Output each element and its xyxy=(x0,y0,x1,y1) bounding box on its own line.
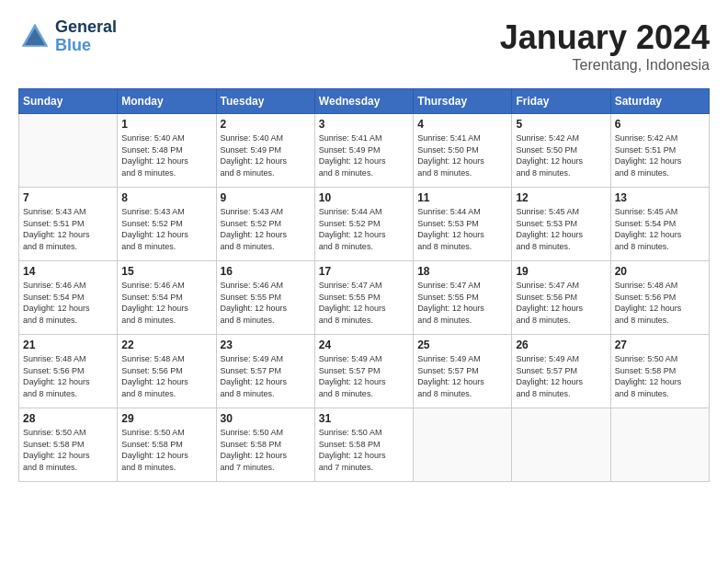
day-info: Sunrise: 5:46 AM Sunset: 5:55 PM Dayligh… xyxy=(221,280,311,326)
calendar-day-cell: 23Sunrise: 5:49 AM Sunset: 5:57 PM Dayli… xyxy=(216,335,314,408)
day-number: 3 xyxy=(319,118,409,131)
day-number: 9 xyxy=(221,191,311,204)
calendar-day-cell xyxy=(512,408,610,482)
day-number: 21 xyxy=(23,339,113,351)
day-number: 24 xyxy=(319,339,409,351)
calendar-day-cell xyxy=(414,408,512,482)
day-number: 28 xyxy=(23,412,113,425)
calendar-day-cell: 9Sunrise: 5:43 AM Sunset: 5:52 PM Daylig… xyxy=(216,188,314,261)
day-info: Sunrise: 5:50 AM Sunset: 5:58 PM Dayligh… xyxy=(319,427,409,473)
calendar-day-cell: 13Sunrise: 5:45 AM Sunset: 5:54 PM Dayli… xyxy=(610,188,709,261)
day-number: 4 xyxy=(417,118,507,131)
day-info: Sunrise: 5:48 AM Sunset: 5:56 PM Dayligh… xyxy=(615,280,705,326)
day-info: Sunrise: 5:45 AM Sunset: 5:53 PM Dayligh… xyxy=(516,206,606,252)
day-number: 30 xyxy=(221,412,311,425)
day-number: 8 xyxy=(121,191,211,204)
day-number: 25 xyxy=(417,339,507,351)
calendar-day-cell: 11Sunrise: 5:44 AM Sunset: 5:53 PM Dayli… xyxy=(414,188,512,261)
day-info: Sunrise: 5:47 AM Sunset: 5:56 PM Dayligh… xyxy=(516,280,606,326)
day-info: Sunrise: 5:45 AM Sunset: 5:54 PM Dayligh… xyxy=(615,206,705,252)
calendar-week-row: 1Sunrise: 5:40 AM Sunset: 5:48 PM Daylig… xyxy=(19,114,710,188)
day-number: 2 xyxy=(221,118,311,131)
title-block: January 2024 Terentang, Indonesia xyxy=(500,18,710,74)
day-info: Sunrise: 5:47 AM Sunset: 5:55 PM Dayligh… xyxy=(417,280,507,326)
calendar-day-cell: 28Sunrise: 5:50 AM Sunset: 5:58 PM Dayli… xyxy=(19,408,118,482)
day-number: 26 xyxy=(516,339,606,351)
day-info: Sunrise: 5:46 AM Sunset: 5:54 PM Dayligh… xyxy=(23,280,113,326)
day-info: Sunrise: 5:50 AM Sunset: 5:58 PM Dayligh… xyxy=(23,427,113,473)
weekday-header-cell: Monday xyxy=(118,89,216,114)
calendar-day-cell: 10Sunrise: 5:44 AM Sunset: 5:52 PM Dayli… xyxy=(314,188,413,261)
calendar-day-cell: 1Sunrise: 5:40 AM Sunset: 5:48 PM Daylig… xyxy=(118,114,216,188)
day-info: Sunrise: 5:44 AM Sunset: 5:53 PM Dayligh… xyxy=(417,206,507,252)
weekday-header-cell: Thursday xyxy=(414,89,512,114)
calendar-day-cell xyxy=(19,114,118,188)
day-number: 20 xyxy=(615,265,705,278)
day-number: 29 xyxy=(121,412,211,425)
day-number: 27 xyxy=(615,339,705,351)
day-number: 15 xyxy=(121,265,211,278)
weekday-header-cell: Friday xyxy=(512,89,610,114)
calendar-day-cell: 26Sunrise: 5:49 AM Sunset: 5:57 PM Dayli… xyxy=(512,335,610,408)
calendar-day-cell: 21Sunrise: 5:48 AM Sunset: 5:56 PM Dayli… xyxy=(19,335,118,408)
calendar-day-cell: 6Sunrise: 5:42 AM Sunset: 5:51 PM Daylig… xyxy=(610,114,709,188)
calendar-day-cell: 24Sunrise: 5:49 AM Sunset: 5:57 PM Dayli… xyxy=(314,335,413,408)
calendar-day-cell: 8Sunrise: 5:43 AM Sunset: 5:52 PM Daylig… xyxy=(118,188,216,261)
calendar-day-cell: 3Sunrise: 5:41 AM Sunset: 5:49 PM Daylig… xyxy=(314,114,413,188)
day-number: 13 xyxy=(615,191,705,204)
calendar-day-cell: 17Sunrise: 5:47 AM Sunset: 5:55 PM Dayli… xyxy=(314,261,413,335)
calendar-day-cell: 22Sunrise: 5:48 AM Sunset: 5:56 PM Dayli… xyxy=(118,335,216,408)
calendar-day-cell: 5Sunrise: 5:42 AM Sunset: 5:50 PM Daylig… xyxy=(512,114,610,188)
weekday-header-cell: Wednesday xyxy=(314,89,413,114)
day-info: Sunrise: 5:50 AM Sunset: 5:58 PM Dayligh… xyxy=(121,427,211,473)
weekday-header-row: SundayMondayTuesdayWednesdayThursdayFrid… xyxy=(19,89,710,114)
day-info: Sunrise: 5:50 AM Sunset: 5:58 PM Dayligh… xyxy=(615,353,705,399)
day-info: Sunrise: 5:43 AM Sunset: 5:52 PM Dayligh… xyxy=(221,206,311,252)
calendar-day-cell: 2Sunrise: 5:40 AM Sunset: 5:49 PM Daylig… xyxy=(216,114,314,188)
calendar-day-cell: 31Sunrise: 5:50 AM Sunset: 5:58 PM Dayli… xyxy=(314,408,413,482)
day-number: 6 xyxy=(615,118,705,131)
day-info: Sunrise: 5:41 AM Sunset: 5:49 PM Dayligh… xyxy=(319,132,409,178)
calendar-day-cell: 16Sunrise: 5:46 AM Sunset: 5:55 PM Dayli… xyxy=(216,261,314,335)
location-subtitle: Terentang, Indonesia xyxy=(500,57,710,74)
day-number: 11 xyxy=(417,191,507,204)
calendar-day-cell: 18Sunrise: 5:47 AM Sunset: 5:55 PM Dayli… xyxy=(414,261,512,335)
page-header: General Blue January 2024 Terentang, Ind… xyxy=(18,18,710,74)
logo: General Blue xyxy=(18,18,117,55)
calendar-day-cell: 4Sunrise: 5:41 AM Sunset: 5:50 PM Daylig… xyxy=(414,114,512,188)
day-number: 14 xyxy=(23,265,113,278)
calendar-week-row: 7Sunrise: 5:43 AM Sunset: 5:51 PM Daylig… xyxy=(19,188,710,261)
weekday-header-cell: Saturday xyxy=(610,89,709,114)
day-number: 23 xyxy=(221,339,311,351)
day-number: 10 xyxy=(319,191,409,204)
day-number: 17 xyxy=(319,265,409,278)
calendar-day-cell: 30Sunrise: 5:50 AM Sunset: 5:58 PM Dayli… xyxy=(216,408,314,482)
day-number: 7 xyxy=(23,191,113,204)
calendar-week-row: 21Sunrise: 5:48 AM Sunset: 5:56 PM Dayli… xyxy=(19,335,710,408)
day-number: 12 xyxy=(516,191,606,204)
logo-text: General Blue xyxy=(55,18,117,55)
weekday-header-cell: Tuesday xyxy=(216,89,314,114)
month-title: January 2024 xyxy=(500,18,710,57)
day-info: Sunrise: 5:41 AM Sunset: 5:50 PM Dayligh… xyxy=(417,132,507,178)
day-info: Sunrise: 5:49 AM Sunset: 5:57 PM Dayligh… xyxy=(221,353,311,399)
calendar-day-cell: 7Sunrise: 5:43 AM Sunset: 5:51 PM Daylig… xyxy=(19,188,118,261)
calendar-day-cell: 15Sunrise: 5:46 AM Sunset: 5:54 PM Dayli… xyxy=(118,261,216,335)
day-number: 31 xyxy=(319,412,409,425)
day-info: Sunrise: 5:48 AM Sunset: 5:56 PM Dayligh… xyxy=(121,353,211,399)
day-info: Sunrise: 5:40 AM Sunset: 5:49 PM Dayligh… xyxy=(221,132,311,178)
day-number: 22 xyxy=(121,339,211,351)
calendar-day-cell: 20Sunrise: 5:48 AM Sunset: 5:56 PM Dayli… xyxy=(610,261,709,335)
day-number: 1 xyxy=(121,118,211,131)
weekday-header-cell: Sunday xyxy=(19,89,118,114)
day-info: Sunrise: 5:49 AM Sunset: 5:57 PM Dayligh… xyxy=(417,353,507,399)
day-info: Sunrise: 5:40 AM Sunset: 5:48 PM Dayligh… xyxy=(121,132,211,178)
day-info: Sunrise: 5:50 AM Sunset: 5:58 PM Dayligh… xyxy=(221,427,311,473)
calendar-day-cell: 25Sunrise: 5:49 AM Sunset: 5:57 PM Dayli… xyxy=(414,335,512,408)
day-info: Sunrise: 5:42 AM Sunset: 5:50 PM Dayligh… xyxy=(516,132,606,178)
day-info: Sunrise: 5:44 AM Sunset: 5:52 PM Dayligh… xyxy=(319,206,409,252)
day-number: 18 xyxy=(417,265,507,278)
calendar-day-cell: 29Sunrise: 5:50 AM Sunset: 5:58 PM Dayli… xyxy=(118,408,216,482)
calendar-day-cell: 19Sunrise: 5:47 AM Sunset: 5:56 PM Dayli… xyxy=(512,261,610,335)
calendar-week-row: 28Sunrise: 5:50 AM Sunset: 5:58 PM Dayli… xyxy=(19,408,710,482)
